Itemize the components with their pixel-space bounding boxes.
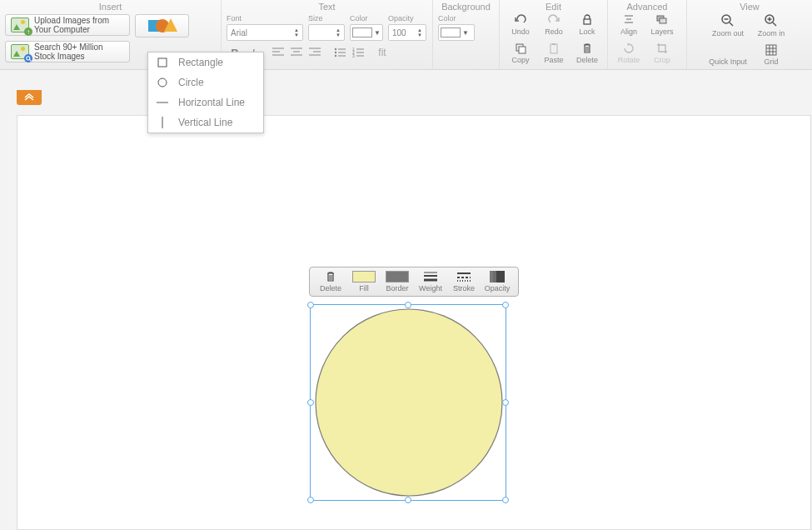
svg-text:3: 3 bbox=[352, 53, 355, 58]
upload-images-label: Upload Images from Your Computer bbox=[34, 16, 124, 34]
svg-line-1 bbox=[29, 59, 31, 61]
text-opacity-input[interactable]: 100▲▼ bbox=[388, 24, 426, 41]
font-value: Arial bbox=[231, 28, 247, 38]
ctx-weight-button[interactable]: Weight bbox=[415, 271, 446, 292]
ctx-border-button[interactable]: Border bbox=[381, 271, 413, 292]
rotate-button[interactable]: Rotate bbox=[613, 42, 645, 64]
section-background: Background Color ▼ bbox=[433, 0, 500, 69]
svg-point-15 bbox=[335, 55, 336, 57]
svg-line-39 bbox=[773, 22, 776, 26]
quick-input-button[interactable]: Quick Input bbox=[707, 44, 749, 66]
svg-rect-61 bbox=[490, 271, 496, 282]
redo-button[interactable]: Redo bbox=[538, 14, 570, 36]
search-badge-icon bbox=[24, 54, 32, 62]
paste-button[interactable]: Paste bbox=[538, 42, 570, 64]
shape-option-vline[interactable]: Vertical Line bbox=[148, 112, 263, 132]
upload-images-button[interactable]: ↑ Upload Images from Your Computer bbox=[5, 14, 130, 36]
ctx-delete-button[interactable]: Delete bbox=[315, 271, 346, 292]
section-edit: Edit Undo Redo Lock Copy Paste Delete bbox=[500, 0, 608, 69]
circle-icon bbox=[157, 77, 168, 88]
handle-e[interactable] bbox=[502, 399, 509, 406]
delete-button[interactable]: Delete bbox=[571, 42, 603, 64]
rectangle-icon bbox=[157, 57, 168, 68]
svg-point-48 bbox=[158, 78, 167, 87]
svg-rect-34 bbox=[660, 18, 666, 23]
ctx-fill-button[interactable]: Fill bbox=[348, 271, 380, 292]
zoom-in-button[interactable]: Zoom in bbox=[750, 14, 792, 38]
grid-button[interactable]: Grid bbox=[750, 44, 792, 66]
svg-line-36 bbox=[730, 22, 733, 26]
section-view: View Zoom out Zoom in Quick Input Grid bbox=[687, 0, 812, 69]
shape-context-toolbar: Delete Fill Border Weight Stroke Opacity bbox=[309, 267, 519, 297]
ctx-opacity-button[interactable]: Opacity bbox=[481, 271, 513, 292]
bg-color-picker[interactable]: ▼ bbox=[438, 24, 475, 41]
canvas[interactable]: Delete Fill Border Weight Stroke Opacity bbox=[17, 115, 811, 530]
handle-nw[interactable] bbox=[307, 302, 314, 308]
handle-s[interactable] bbox=[405, 497, 411, 503]
handle-sw[interactable] bbox=[307, 497, 314, 503]
align-right-button[interactable] bbox=[306, 44, 323, 61]
collapse-toolbar-button[interactable] bbox=[17, 90, 42, 105]
svg-rect-27 bbox=[552, 43, 555, 45]
search-stock-label: Search 90+ Million Stock Images bbox=[34, 42, 124, 61]
search-stock-button[interactable]: Search 90+ Million Stock Images bbox=[5, 41, 130, 62]
section-title-view: View bbox=[687, 0, 812, 14]
selection-box bbox=[310, 304, 506, 501]
text-opacity-value: 100 bbox=[392, 28, 406, 38]
shapes-icon bbox=[148, 18, 177, 33]
shape-option-circle[interactable]: Circle bbox=[148, 72, 263, 92]
border-swatch bbox=[386, 271, 409, 282]
text-color-picker[interactable]: ▼ bbox=[350, 24, 383, 41]
main-toolbar: Insert ↑ Upload Images from Your Compute… bbox=[0, 0, 812, 70]
upload-badge-icon: ↑ bbox=[24, 28, 32, 36]
lock-button[interactable]: Lock bbox=[571, 14, 603, 36]
hline-icon bbox=[157, 97, 168, 108]
section-title-text: Text bbox=[222, 0, 432, 14]
section-advanced: Advanced Align Layers Rotate Crop bbox=[608, 0, 687, 69]
numbered-list-button[interactable]: 123 bbox=[350, 44, 366, 61]
align-left-button[interactable] bbox=[270, 44, 286, 61]
handle-n[interactable] bbox=[405, 302, 411, 308]
fit-text-button[interactable]: fit bbox=[371, 44, 393, 61]
svg-point-11 bbox=[335, 48, 336, 50]
text-color-label: Color bbox=[350, 14, 383, 22]
align-button[interactable]: Align bbox=[613, 14, 645, 36]
copy-button[interactable]: Copy bbox=[505, 42, 536, 64]
shape-option-hline[interactable]: Horizontal Line bbox=[148, 92, 263, 112]
ctx-stroke-button[interactable]: Stroke bbox=[448, 271, 480, 292]
size-select[interactable]: ▲▼ bbox=[308, 24, 345, 41]
shape-option-rectangle[interactable]: Rectangle bbox=[148, 52, 263, 72]
section-title-background: Background bbox=[433, 0, 499, 14]
layers-button[interactable]: Layers bbox=[646, 14, 678, 36]
fill-swatch bbox=[352, 271, 376, 282]
svg-rect-42 bbox=[766, 45, 776, 55]
chevron-up-icon bbox=[23, 93, 35, 102]
shapes-dropdown-button[interactable] bbox=[135, 14, 189, 38]
svg-rect-23 bbox=[584, 19, 590, 24]
text-opacity-label: Opacity bbox=[388, 14, 426, 22]
svg-point-13 bbox=[335, 52, 336, 53]
bg-color-label: Color bbox=[438, 14, 475, 22]
font-label: Font bbox=[227, 14, 303, 22]
handle-se[interactable] bbox=[502, 497, 509, 503]
size-label: Size bbox=[308, 14, 345, 22]
handle-w[interactable] bbox=[307, 399, 314, 406]
section-title-insert: Insert bbox=[0, 0, 221, 14]
section-title-advanced: Advanced bbox=[608, 0, 686, 14]
svg-rect-25 bbox=[519, 47, 526, 53]
section-title-edit: Edit bbox=[500, 0, 607, 14]
undo-button[interactable]: Undo bbox=[505, 14, 536, 36]
zoom-out-button[interactable]: Zoom out bbox=[707, 14, 749, 38]
svg-rect-47 bbox=[158, 58, 167, 67]
align-center-button[interactable] bbox=[288, 44, 305, 61]
vline-icon bbox=[157, 117, 168, 128]
handle-ne[interactable] bbox=[502, 302, 509, 308]
bullet-list-button[interactable] bbox=[331, 44, 348, 61]
shapes-dropdown-menu: Rectangle Circle Horizontal Line Vertica… bbox=[147, 52, 264, 133]
svg-rect-26 bbox=[550, 44, 557, 53]
crop-button[interactable]: Crop bbox=[646, 42, 678, 64]
font-select[interactable]: Arial▲▼ bbox=[227, 24, 303, 41]
